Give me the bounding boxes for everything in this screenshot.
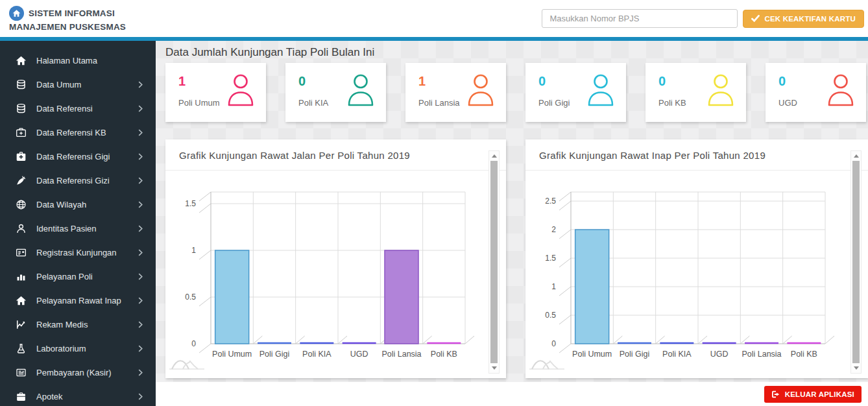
sidebar-item-apotek[interactable]: Apotek (0, 385, 156, 406)
svg-text:Poli Lansia: Poli Lansia (741, 350, 781, 359)
sidebar: Halaman UtamaData UmumData ReferensiData… (0, 41, 156, 406)
person-icon (15, 223, 27, 235)
scrollbar-thumb[interactable] (852, 161, 860, 363)
bpjs-number-input[interactable] (542, 9, 738, 28)
globe-icon (15, 199, 27, 211)
app-window: SISTEM INFORMASI MANAJEMEN PUSKESMAS CEK… (0, 0, 868, 406)
chevron-right-icon (138, 153, 143, 160)
sidebar-item-label: Data Referensi KB (36, 128, 138, 137)
scrollbar-thumb[interactable] (490, 161, 498, 363)
topbar-right: CEK KEAKTIFAN KARTU (542, 9, 864, 28)
sidebar-item-label: Identitas Pasien (36, 224, 138, 233)
svg-text:Poli KB: Poli KB (791, 350, 817, 359)
svg-text:Poli Lansia: Poli Lansia (381, 350, 421, 359)
sidebar-item-laboratorium[interactable]: Laboratorium (0, 337, 156, 361)
svg-text:1.5: 1.5 (545, 254, 556, 263)
logout-button-label: KELUAR APLIKASI (785, 390, 854, 398)
charts-row: Grafik Kunjungan Rawat Jalan Per Poli Ta… (165, 139, 868, 378)
home-icon (15, 55, 27, 67)
sidebar-item-rekam-medis[interactable]: Rekam Medis (0, 313, 156, 337)
chevron-right-icon (138, 345, 143, 352)
chevron-right-icon (138, 369, 143, 376)
sign-out-icon (771, 390, 780, 398)
sidebar-item-data-wilayah[interactable]: Data Wilayah (0, 193, 156, 217)
scroll-up-arrow-icon[interactable] (492, 154, 497, 158)
summary-card-poli-gigi: 0Poli Gigi (525, 63, 626, 122)
svg-text:2.5: 2.5 (545, 197, 556, 206)
sidebar-item-label: Data Referensi (36, 104, 138, 113)
footer: KELUAR APLIKASI (156, 382, 868, 406)
sidebar-item-label: Registrasi Kunjungan (36, 248, 138, 257)
rawat-jalan-chart-scrollbar[interactable] (488, 150, 500, 374)
summary-card-poli-kb: 0Poli KB (645, 63, 746, 122)
person-icon (826, 73, 856, 107)
sidebar-item-label: Data Referensi Gigi (36, 152, 138, 161)
sidebar-item-pelayanan-rawat-inap[interactable]: Pelayanan Rawat Inap (0, 289, 156, 313)
chevron-right-icon (138, 273, 143, 280)
briefcase-icon (15, 391, 27, 403)
check-card-button[interactable]: CEK KEAKTIFAN KARTU (743, 10, 864, 28)
scroll-down-arrow-icon[interactable] (492, 366, 497, 370)
sidebar-item-pelayanan-poli[interactable]: Pelayanan Poli (0, 265, 156, 289)
sidebar-item-label: Laboratorium (36, 344, 138, 353)
app-title-line2: MANAJEMEN PUSKESMAS (9, 22, 126, 32)
sidebar-item-label: Data Referensi Gizi (36, 176, 138, 185)
bar-chart-icon (15, 271, 27, 283)
summary-card-poli-lansia: 1Poli Lansia (405, 63, 506, 122)
svg-text:0.5: 0.5 (185, 293, 196, 302)
sidebar-item-label: Data Umum (36, 80, 138, 90)
chevron-right-icon (138, 249, 143, 256)
svg-text:1.5: 1.5 (185, 199, 196, 208)
sidebar-item-pembayaran-kasir[interactable]: Pembayaran (Kasir) (0, 361, 156, 385)
sidebar-item-identitas-pasien[interactable]: Identitas Pasien (0, 217, 156, 241)
person-icon (346, 73, 376, 107)
svg-text:Poli Umum: Poli Umum (572, 350, 612, 359)
section-title: Data Jumlah Kunjungan Tiap Poli Bulan In… (165, 46, 868, 59)
scroll-down-arrow-icon[interactable] (854, 366, 859, 370)
sidebar-item-label: Halaman Utama (36, 56, 143, 66)
sidebar-item-data-referensi-gizi[interactable]: Data Referensi Gizi (0, 169, 156, 193)
svg-text:Poli Gigi: Poli Gigi (259, 350, 290, 359)
svg-text:1: 1 (191, 246, 196, 255)
sidebar-item-label: Pembayaran (Kasir) (36, 368, 138, 377)
sidebar-menu: Halaman UtamaData UmumData ReferensiData… (0, 49, 156, 406)
rawat-inap-chart-scrollbar[interactable] (850, 150, 862, 374)
person-icon (706, 73, 736, 107)
sidebar-item-label: Rekam Medis (36, 320, 138, 329)
sidebar-item-label: Pelayanan Poli (36, 272, 138, 281)
chevron-right-icon (138, 393, 143, 400)
svg-text:UGD: UGD (710, 350, 729, 359)
sidebar-item-data-referensi[interactable]: Data Referensi (0, 97, 156, 121)
sidebar-item-data-referensi-gigi[interactable]: Data Referensi Gigi (0, 145, 156, 169)
sidebar-item-label: Data Wilayah (36, 200, 138, 209)
summary-cards: 1Poli Umum0Poli KIA1Poli Lansia0Poli Gig… (165, 63, 868, 122)
sidebar-item-data-referensi-kb[interactable]: Data Referensi KB (0, 121, 156, 145)
chevron-right-icon (138, 297, 143, 304)
sidebar-item-halaman-utama[interactable]: Halaman Utama (0, 49, 156, 73)
svg-text:1: 1 (551, 282, 556, 291)
svg-text:Poli KB: Poli KB (431, 350, 457, 359)
svg-text:0.5: 0.5 (545, 311, 556, 320)
summary-card-poli-umum: 1Poli Umum (165, 63, 266, 122)
svg-text:0: 0 (551, 339, 556, 348)
medkit-solid-icon (15, 151, 27, 163)
summary-card-poli-kia: 0Poli KIA (285, 63, 386, 122)
main-content: Data Jumlah Kunjungan Tiap Poli Bulan In… (156, 41, 868, 382)
app-title-line1: SISTEM INFORMASI (29, 8, 115, 18)
sidebar-item-data-umum[interactable]: Data Umum (0, 73, 156, 97)
person-icon (586, 73, 616, 107)
svg-text:Poli Umum: Poli Umum (212, 350, 252, 359)
svg-text:2: 2 (551, 225, 556, 234)
home-icon (15, 295, 27, 307)
medkit-icon (15, 127, 27, 139)
rawat-jalan-chart-card: Grafik Kunjungan Rawat Jalan Per Poli Ta… (165, 139, 506, 378)
rawat-inap-chart-title: Grafik Kunjungan Rawat Inap Per Poli Tah… (525, 139, 868, 171)
logout-button[interactable]: KELUAR APLIKASI (764, 386, 862, 403)
id-card-icon (15, 247, 27, 259)
database-icon (15, 79, 27, 91)
sidebar-item-label: Pelayanan Rawat Inap (36, 296, 138, 305)
chevron-right-icon (138, 129, 143, 136)
chevron-right-icon (138, 321, 143, 328)
scroll-up-arrow-icon[interactable] (854, 154, 859, 158)
sidebar-item-registrasi-kunjungan[interactable]: Registrasi Kunjungan (0, 241, 156, 265)
